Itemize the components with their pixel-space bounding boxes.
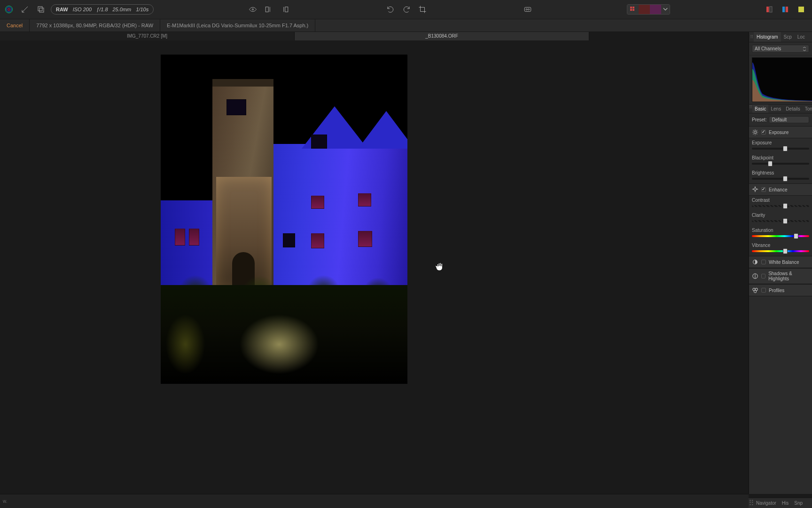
svg-rect-11 — [630, 7, 632, 8]
raw-label: RAW — [56, 7, 68, 12]
exposure-checkbox[interactable] — [761, 130, 766, 135]
top-toolbar: RAW ISO 200 ƒ/1.8 25.0mm 1/10s — [0, 0, 812, 19]
slider-contrast[interactable]: Contrast — [749, 196, 812, 211]
iso-value: ISO 200 — [73, 7, 92, 12]
svg-point-25 — [754, 290, 756, 293]
svg-point-0 — [8, 8, 10, 11]
slider-saturation[interactable]: Saturation — [749, 226, 812, 241]
exposure-icon — [752, 129, 758, 135]
svg-rect-8 — [524, 8, 531, 12]
shadows-icon — [752, 273, 758, 279]
rotate-left-icon[interactable] — [384, 3, 397, 16]
swatch-more-chevron-icon[interactable] — [661, 5, 670, 14]
app-logo-icon[interactable] — [3, 3, 15, 16]
rotate-right-icon[interactable] — [400, 3, 413, 16]
slider-brightness-label: Brightness — [752, 170, 809, 175]
section-enhance-label: Enhance — [769, 187, 787, 192]
cancel-button[interactable]: Cancel — [0, 19, 30, 32]
tab-basic[interactable]: Basic — [752, 104, 768, 113]
document-tabs: IMG_7707.CR2 [M] _B130084.ORF — [0, 32, 589, 40]
slider-blackpoint[interactable]: Blackpoint — [749, 153, 812, 168]
svg-rect-17 — [782, 7, 785, 12]
section-profiles[interactable]: Profiles — [749, 284, 812, 296]
swatch-red[interactable] — [639, 5, 650, 14]
compare-red-icon[interactable] — [763, 3, 775, 16]
split-before-icon[interactable] — [263, 3, 275, 16]
slider-blackpoint-label: Blackpoint — [752, 155, 809, 160]
preview-eye-icon[interactable] — [247, 3, 259, 16]
sidebar-top-tabs: ⠿ Histogram Scp Loc — [749, 32, 812, 42]
slider-vibrance[interactable]: Vibrance — [749, 241, 812, 256]
sh-checkbox[interactable] — [761, 274, 765, 278]
white-balance-icon — [752, 259, 758, 265]
preset-row: Preset: Default — [749, 113, 812, 126]
section-exposure[interactable]: Exposure — [749, 126, 812, 138]
slider-clarity[interactable]: Clarity — [749, 211, 812, 226]
section-shadows-highlights[interactable]: Shadows & Highlights — [749, 268, 812, 284]
section-exposure-label: Exposure — [769, 130, 789, 135]
photo-preview[interactable] — [161, 55, 407, 384]
tab-navigator[interactable]: Navigator — [753, 498, 779, 508]
section-wb-label: White Balance — [769, 260, 799, 265]
profiles-checkbox[interactable] — [761, 288, 766, 293]
tab-loc[interactable]: Loc — [795, 32, 808, 42]
focal-value: 25.0mm — [113, 7, 132, 12]
slider-brightness[interactable]: Brightness — [749, 168, 812, 183]
swatch-grid-icon[interactable] — [627, 5, 639, 14]
exif-badge: RAW ISO 200 ƒ/1.8 25.0mm 1/10s — [51, 4, 154, 15]
compare-dual-icon[interactable] — [779, 3, 791, 16]
right-sidebar: ⠿ Histogram Scp Loc All Channels ⠿ Basic… — [749, 32, 812, 494]
status-text: w. — [3, 499, 7, 504]
svg-rect-15 — [766, 7, 769, 12]
tab-snp[interactable]: Snp — [791, 498, 805, 508]
section-enhance[interactable]: Enhance — [749, 183, 812, 196]
image-dimensions: 7792 x 10388px, 80.94MP, RGBA/32 (HDR) -… — [30, 19, 160, 32]
svg-rect-13 — [630, 9, 632, 11]
tab-image-2[interactable]: _B130084.ORF — [295, 32, 589, 40]
swatch-magenta[interactable] — [650, 5, 661, 14]
wb-checkbox[interactable] — [761, 260, 766, 264]
slider-exposure[interactable]: Exposure — [749, 138, 812, 153]
split-after-icon[interactable] — [279, 3, 291, 16]
profiles-icon — [752, 287, 758, 294]
grip-icon[interactable]: ⠿ — [749, 32, 754, 42]
svg-rect-12 — [632, 7, 634, 8]
adjust-icon[interactable] — [19, 3, 31, 16]
compare-yellow-icon[interactable] — [795, 3, 807, 16]
tab-scp[interactable]: Scp — [781, 32, 795, 42]
tab-tones[interactable]: Tones — [803, 104, 812, 113]
svg-rect-3 — [38, 7, 42, 11]
crop-icon[interactable] — [416, 3, 429, 16]
clip-warning-icon[interactable] — [522, 3, 534, 16]
grip-icon[interactable]: ⠿ — [749, 499, 753, 508]
svg-rect-14 — [632, 9, 634, 11]
overlay-swatches[interactable] — [627, 4, 670, 15]
grip-icon[interactable]: ⠿ — [749, 104, 752, 113]
camera-info: E-M1MarkIII (Leica DG Vario-Summilux 10-… — [160, 19, 315, 32]
layers-icon[interactable] — [35, 3, 47, 16]
tab-his[interactable]: His — [779, 498, 791, 508]
svg-rect-7 — [285, 7, 288, 12]
slider-vibrance-label: Vibrance — [752, 243, 809, 248]
tab-lens[interactable]: Lens — [768, 104, 783, 113]
svg-point-9 — [526, 9, 527, 10]
svg-point-5 — [252, 9, 254, 10]
enhance-icon — [752, 186, 758, 193]
hand-cursor-icon — [435, 262, 445, 272]
tab-details[interactable]: Details — [783, 104, 803, 113]
tab-image-1[interactable]: IMG_7707.CR2 [M] — [0, 32, 295, 40]
svg-rect-6 — [266, 7, 269, 12]
canvas-area[interactable] — [0, 40, 589, 494]
tab-histogram[interactable]: Histogram — [754, 32, 781, 42]
enhance-checkbox[interactable] — [761, 187, 766, 192]
preset-select[interactable]: Default — [769, 116, 809, 123]
svg-rect-18 — [786, 7, 788, 12]
slider-saturation-label: Saturation — [752, 228, 809, 233]
preset-label: Preset: — [752, 117, 767, 122]
sidebar-bottom-tabs: ⠿ Navigator His Snp — [749, 498, 812, 508]
channel-select[interactable]: All Channels — [752, 45, 809, 53]
section-white-balance[interactable]: White Balance — [749, 256, 812, 268]
section-sh-label: Shadows & Highlights — [768, 271, 809, 281]
info-strip: Cancel 7792 x 10388px, 80.94MP, RGBA/32 … — [0, 19, 812, 32]
histogram-display[interactable] — [752, 57, 812, 102]
